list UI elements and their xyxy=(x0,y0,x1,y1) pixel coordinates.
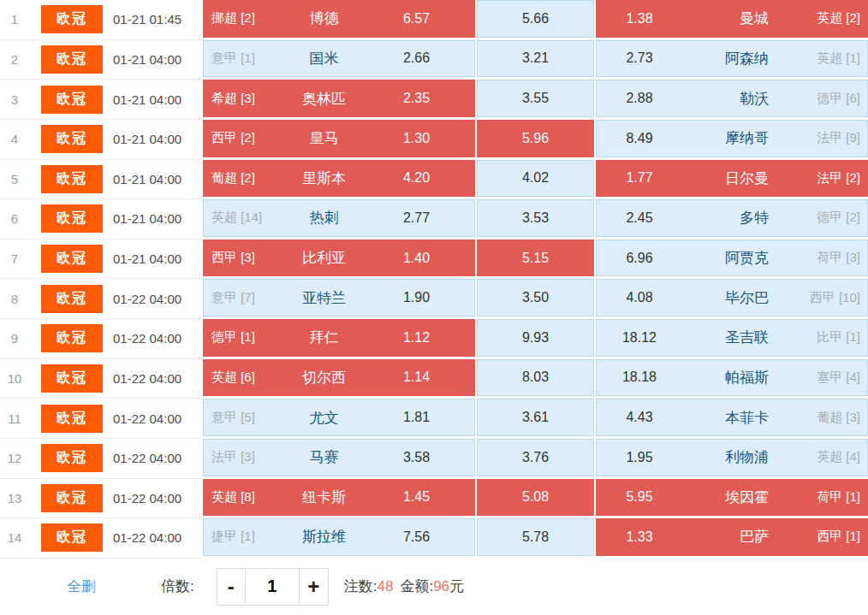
league-badge[interactable]: 欧冠 xyxy=(41,125,103,153)
home-league: 英超 [14] xyxy=(204,210,289,226)
draw-cell[interactable]: 5.08 xyxy=(477,479,594,517)
draw-cell[interactable]: 5.15 xyxy=(477,239,594,277)
lose-odds: 18.12 xyxy=(597,330,682,346)
home-league: 英超 [8] xyxy=(204,489,289,506)
lose-odds: 1.95 xyxy=(597,450,682,465)
league-badge[interactable]: 欧冠 xyxy=(41,523,103,552)
match-meta: 11 欧冠 01-22 04:00 xyxy=(0,399,203,439)
draw-cell[interactable]: 3.76 xyxy=(477,439,594,476)
league-badge[interactable]: 欧冠 xyxy=(41,204,103,233)
row-number: 4 xyxy=(0,132,29,146)
league-badge[interactable]: 欧冠 xyxy=(41,5,103,33)
away-win-cell[interactable]: 2.88 勒沃 德甲 [6] xyxy=(596,80,868,117)
lose-odds: 8.49 xyxy=(597,131,682,146)
away-win-cell[interactable]: 8.49 摩纳哥 法甲 [9] xyxy=(596,120,868,157)
win-odds: 1.81 xyxy=(359,410,474,425)
away-win-cell[interactable]: 1.38 曼城 英超 [2] xyxy=(596,0,868,38)
league-badge[interactable]: 欧冠 xyxy=(41,484,103,512)
league-badge[interactable]: 欧冠 xyxy=(41,285,103,313)
draw-odds: 5.78 xyxy=(522,529,549,545)
draw-cell[interactable]: 5.78 xyxy=(477,518,594,556)
match-row: 8 欧冠 01-22 04:00 意甲 [7] 亚特兰 1.90 3.50 4.… xyxy=(0,279,868,319)
row-number: 1 xyxy=(0,12,29,27)
away-league: 荷甲 [1] xyxy=(777,489,867,506)
away-win-cell[interactable]: 4.43 本菲卡 葡超 [3] xyxy=(596,399,868,436)
match-time: 01-21 04:00 xyxy=(113,92,181,107)
match-meta: 14 欧冠 01-22 04:00 xyxy=(0,518,203,559)
league-badge[interactable]: 欧冠 xyxy=(41,245,103,273)
away-team: 阿贾克 xyxy=(682,248,777,268)
home-win-cell[interactable]: 西甲 [2] 皇马 1.30 xyxy=(203,120,475,157)
home-league: 西甲 [2] xyxy=(204,130,289,146)
away-league: 塞甲 [4] xyxy=(777,370,867,386)
draw-odds: 5.96 xyxy=(522,131,549,146)
away-win-cell[interactable]: 1.95 利物浦 英超 [4] xyxy=(596,439,868,476)
draw-cell[interactable]: 5.66 xyxy=(477,0,594,38)
home-win-cell[interactable]: 英超 [8] 纽卡斯 1.45 xyxy=(203,479,475,517)
league-badge[interactable]: 欧冠 xyxy=(41,405,103,433)
home-win-cell[interactable]: 挪超 [2] 博德 6.57 xyxy=(203,0,475,38)
match-meta: 7 欧冠 01-21 04:00 xyxy=(0,239,203,280)
league-badge[interactable]: 欧冠 xyxy=(41,324,103,352)
draw-cell[interactable]: 3.61 xyxy=(477,399,594,436)
multiplier-increase-button[interactable]: + xyxy=(299,569,328,605)
home-win-cell[interactable]: 意甲 [1] 国米 2.66 xyxy=(203,40,475,78)
league-badge[interactable]: 欧冠 xyxy=(41,45,103,74)
draw-cell[interactable]: 9.93 xyxy=(477,319,594,357)
away-team: 勒沃 xyxy=(682,89,777,109)
league-badge[interactable]: 欧冠 xyxy=(41,86,103,114)
match-meta: 6 欧冠 01-21 04:00 xyxy=(0,199,203,239)
draw-cell[interactable]: 8.03 xyxy=(477,359,594,397)
home-team: 尤文 xyxy=(289,408,359,428)
draw-odds: 8.03 xyxy=(522,370,549,385)
match-meta: 1 欧冠 01-21 01:45 xyxy=(0,0,203,40)
away-win-cell[interactable]: 6.96 阿贾克 荷甲 [3] xyxy=(596,239,868,277)
home-win-cell[interactable]: 捷甲 [1] 斯拉维 7.56 xyxy=(203,518,475,556)
match-time: 01-22 04:00 xyxy=(113,331,181,346)
away-league: 德甲 [6] xyxy=(777,91,867,107)
home-win-cell[interactable]: 葡超 [2] 里斯本 4.20 xyxy=(203,160,475,198)
league-badge[interactable]: 欧冠 xyxy=(41,364,103,393)
league-badge[interactable]: 欧冠 xyxy=(41,444,103,472)
home-league: 意甲 [5] xyxy=(204,410,289,426)
draw-odds: 3.50 xyxy=(522,290,549,305)
away-win-cell[interactable]: 4.08 毕尔巴 西甲 [10] xyxy=(596,279,868,316)
delete-all-link[interactable]: 全删 xyxy=(67,577,96,596)
match-row: 5 欧冠 01-21 04:00 葡超 [2] 里斯本 4.20 4.02 1.… xyxy=(0,160,868,200)
match-meta: 8 欧冠 01-22 04:00 xyxy=(0,279,203,319)
home-win-cell[interactable]: 意甲 [5] 尤文 1.81 xyxy=(203,399,475,436)
away-win-cell[interactable]: 18.18 帕福斯 塞甲 [4] xyxy=(596,359,868,397)
away-win-cell[interactable]: 1.33 巴萨 西甲 [1] xyxy=(596,518,868,556)
multiplier-decrease-button[interactable]: - xyxy=(217,569,246,605)
league-badge[interactable]: 欧冠 xyxy=(41,165,103,193)
match-time: 01-21 04:00 xyxy=(113,52,181,67)
away-win-cell[interactable]: 18.12 圣吉联 比甲 [1] xyxy=(596,319,868,357)
away-win-cell[interactable]: 2.45 多特 德甲 [2] xyxy=(596,199,868,237)
home-team: 纽卡斯 xyxy=(289,488,359,507)
home-win-cell[interactable]: 法甲 [3] 马赛 3.58 xyxy=(203,439,475,476)
match-row: 12 欧冠 01-22 04:00 法甲 [3] 马赛 3.58 3.76 1.… xyxy=(0,439,868,479)
home-win-cell[interactable]: 英超 [14] 热刺 2.77 xyxy=(203,199,475,237)
draw-cell[interactable]: 3.21 xyxy=(477,40,594,78)
draw-odds: 5.15 xyxy=(522,251,549,266)
home-win-cell[interactable]: 德甲 [1] 拜仁 1.12 xyxy=(203,319,475,357)
match-row: 4 欧冠 01-21 04:00 西甲 [2] 皇马 1.30 5.96 8.4… xyxy=(0,120,868,160)
away-win-cell[interactable]: 5.95 埃因霍 荷甲 [1] xyxy=(596,479,868,517)
home-win-cell[interactable]: 西甲 [3] 比利亚 1.40 xyxy=(203,239,475,277)
draw-cell[interactable]: 3.50 xyxy=(477,279,594,316)
multiplier-value[interactable]: 1 xyxy=(246,569,299,605)
away-win-cell[interactable]: 1.77 日尔曼 法甲 [2] xyxy=(596,160,868,198)
home-win-cell[interactable]: 意甲 [7] 亚特兰 1.90 xyxy=(203,279,475,316)
away-win-cell[interactable]: 2.73 阿森纳 英超 [1] xyxy=(596,40,868,78)
home-win-cell[interactable]: 英超 [6] 切尔西 1.14 xyxy=(203,359,475,397)
match-time: 01-21 04:00 xyxy=(113,132,181,146)
home-win-cell[interactable]: 希超 [3] 奥林匹 2.35 xyxy=(203,80,475,117)
draw-cell[interactable]: 3.53 xyxy=(477,199,594,237)
draw-cell[interactable]: 5.96 xyxy=(477,120,594,157)
draw-cell[interactable]: 4.02 xyxy=(477,160,594,198)
draw-cell[interactable]: 3.55 xyxy=(477,80,594,117)
home-league: 德甲 [1] xyxy=(204,329,289,346)
match-row: 13 欧冠 01-22 04:00 英超 [8] 纽卡斯 1.45 5.08 5… xyxy=(0,479,868,519)
away-league: 西甲 [10] xyxy=(777,290,867,306)
match-meta: 3 欧冠 01-21 04:00 xyxy=(0,80,203,120)
